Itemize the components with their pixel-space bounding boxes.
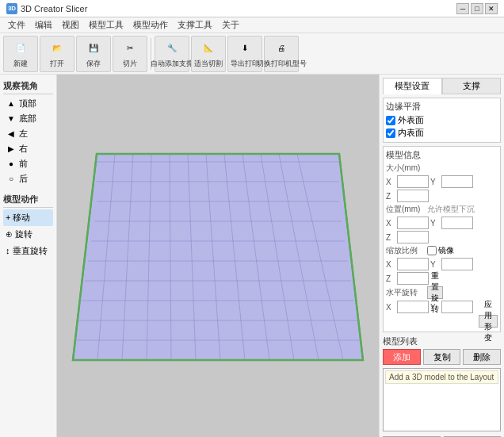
position-label: 位置(mm) (386, 204, 426, 215)
copy-model-button[interactable]: 复制 (423, 349, 461, 365)
scale-z-input[interactable] (397, 272, 429, 285)
rot-y-input[interactable] (441, 301, 473, 313)
scale-y-input[interactable] (441, 258, 473, 270)
pos-y-input[interactable] (441, 217, 473, 229)
model-info-title: 模型信息 (386, 149, 498, 161)
slice-button[interactable]: ✂ 切片 (113, 36, 147, 72)
pos-z-row: Z (386, 231, 498, 243)
scale-row: 缩放比例 镜像 (386, 245, 498, 256)
left-panel: 观察视角 ▲ 顶部 ▼ 底部 ◀ 左 ▶ 右 ● 前 ○ 后 模型动作 + 移动 (0, 75, 57, 437)
view-left[interactable]: ◀ 左 (3, 126, 53, 141)
size-xyz-row: X Y (386, 175, 498, 188)
view-bottom[interactable]: ▼ 底部 (3, 111, 53, 126)
pos-z-label: Z (386, 233, 395, 242)
menu-model-tools[interactable]: 模型工具 (84, 17, 128, 33)
size-z-row: Z (386, 190, 498, 202)
menu-model-actions[interactable]: 模型动作 (128, 17, 173, 33)
toolbar: 📄 新建 📂 打开 💾 保存 ✂ 切片 🔧 自动添加支撑 📐 适当切割 ⬇ 导出… (0, 33, 504, 75)
lock-scale-checkbox[interactable] (427, 246, 437, 255)
model-info-group: 模型信息 大小(mm) X Y Z 位置(mm) 允许模型下沉 (383, 146, 501, 332)
view-bottom-icon: ▼ (6, 113, 17, 125)
apply-row: 应用形变 (386, 315, 498, 328)
inner-surface-checkbox[interactable] (386, 128, 395, 138)
pos-x-input[interactable] (397, 217, 429, 229)
model-list-buttons: 添加 复制 删除 (383, 349, 501, 365)
size-y-input[interactable] (441, 175, 473, 188)
scale-xyz-row: X Y (386, 258, 498, 270)
right-panel: 模型设置 支撑 边缘平滑 外表面 内表面 模型信息 大小(mm) (379, 75, 504, 437)
scale-x-input[interactable] (397, 258, 429, 270)
menu-view[interactable]: 视图 (57, 17, 84, 33)
export-label: 导出打印 (231, 59, 259, 69)
reset-rotate-button[interactable]: 重置旋转 (427, 286, 443, 299)
view-front-icon: ● (6, 159, 17, 170)
main-area: 观察视角 ▲ 顶部 ▼ 底部 ◀ 左 ▶ 右 ● 前 ○ 后 模型动作 + 移动 (0, 75, 504, 437)
view-back-label: 后 (19, 173, 28, 185)
view-back-icon: ○ (6, 174, 17, 185)
size-y-label: Y (430, 178, 440, 186)
model-list-tooltip: Add a 3D model to the Layout (385, 370, 498, 384)
viewport-canvas (57, 75, 379, 437)
menu-edit[interactable]: 编辑 (30, 17, 57, 33)
view-front[interactable]: ● 前 (3, 156, 53, 171)
add-model-button[interactable]: 添加 (383, 349, 421, 365)
size-z2-label: Z (386, 192, 395, 201)
right-panel-tabs: 模型设置 支撑 (383, 78, 501, 94)
scale-x-label: X (386, 260, 395, 269)
menu-file[interactable]: 文件 (3, 17, 30, 33)
apply-deform-button[interactable]: 应用形变 (479, 315, 498, 328)
maximize-button[interactable]: □ (471, 3, 483, 14)
view-left-label: 左 (19, 128, 28, 140)
rot-x-input[interactable] (397, 301, 429, 313)
view-right[interactable]: ▶ 右 (3, 141, 53, 156)
open-button[interactable]: 📂 打开 (40, 36, 74, 72)
tab-support[interactable]: 支撑 (442, 78, 502, 94)
action-move-label: + 移动 (6, 212, 30, 224)
mirror-label: 镜像 (438, 245, 454, 256)
view-back[interactable]: ○ 后 (3, 171, 53, 186)
rot-x-label: X (386, 303, 395, 312)
menu-support-tools[interactable]: 支撑工具 (173, 17, 217, 33)
switch-printer-label: 切换打印机型号 (257, 59, 307, 69)
inner-surface-row: 内表面 (386, 127, 498, 139)
position-row: 位置(mm) 允许模型下沉 (386, 204, 498, 215)
app-title: 3D Creator Slicer (21, 4, 87, 13)
close-button[interactable]: ✕ (485, 3, 498, 14)
outer-surface-label: 外表面 (398, 114, 424, 126)
h-rotate-xyz-row: X Y (386, 301, 498, 313)
save-label: 保存 (86, 59, 101, 69)
outer-surface-checkbox[interactable] (386, 116, 395, 125)
outer-surface-row: 外表面 (386, 114, 498, 126)
size-z-input[interactable] (397, 190, 429, 202)
position-xyz-row: X Y (386, 217, 498, 229)
delete-model-button[interactable]: 删除 (463, 349, 501, 365)
menu-about[interactable]: 关于 (217, 17, 244, 33)
h-rotate-row: 水平旋转 重置旋转 (386, 286, 498, 299)
h-rotate-label: 水平旋转 (386, 287, 426, 298)
view-top[interactable]: ▲ 顶部 (3, 96, 53, 111)
auto-support-button[interactable]: 🔧 自动添加支撑 (155, 36, 189, 72)
action-rotate-label: ⊕ 旋转 (6, 228, 32, 240)
view-top-icon: ▲ (6, 98, 17, 109)
open-icon: 📂 (48, 38, 67, 57)
action-section-title: 模型动作 (3, 191, 53, 208)
app-icon: 3D (6, 3, 17, 14)
cut-button[interactable]: 📐 适当切割 (191, 36, 226, 72)
viewport[interactable] (57, 75, 379, 437)
grid-svg (57, 75, 379, 437)
switch-printer-button[interactable]: 🖨 切换打印机型号 (264, 36, 299, 72)
size-x-input[interactable] (397, 175, 429, 188)
size-label: 大小(mm) (386, 163, 426, 174)
save-button[interactable]: 💾 保存 (76, 36, 111, 72)
action-rotate[interactable]: ⊕ 旋转 (3, 226, 53, 243)
new-button[interactable]: 📄 新建 (3, 36, 38, 72)
action-vertical-rotate[interactable]: ↕ 垂直旋转 (3, 243, 53, 259)
pos-z-input[interactable] (397, 231, 429, 243)
model-list-title: 模型列表 (383, 335, 501, 347)
minimize-button[interactable]: ─ (456, 3, 469, 14)
action-move[interactable]: + 移动 (3, 209, 53, 226)
tab-model-settings[interactable]: 模型设置 (383, 78, 442, 94)
action-vertical-rotate-label: ↕ 垂直旋转 (6, 245, 48, 257)
cut-icon: 📐 (199, 38, 218, 57)
view-front-label: 前 (19, 158, 28, 170)
